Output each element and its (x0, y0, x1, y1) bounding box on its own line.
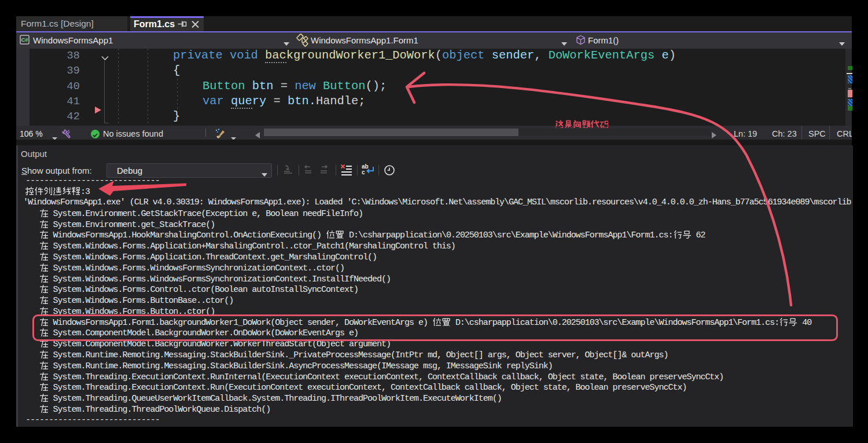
svg-text:C#: C# (21, 36, 28, 43)
